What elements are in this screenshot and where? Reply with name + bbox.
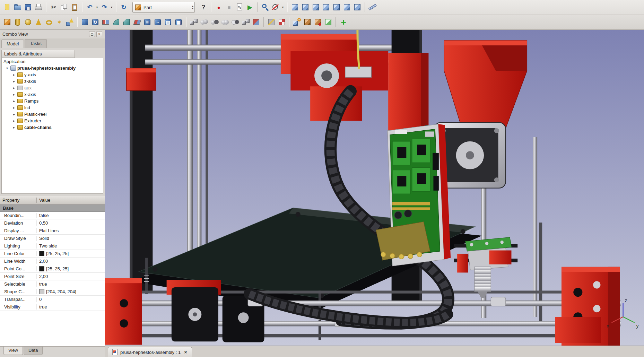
view-front-icon[interactable] [300, 2, 311, 12]
cut-icon[interactable]: ✂ [49, 2, 59, 12]
tab-model[interactable]: Model [1, 40, 24, 48]
paste-icon[interactable] [69, 2, 80, 12]
copy-icon[interactable] [59, 2, 69, 12]
expand-icon[interactable] [12, 119, 16, 123]
expand-icon[interactable] [12, 86, 16, 90]
macro-record-icon[interactable]: ● [214, 2, 224, 12]
tab-view[interactable]: View [3, 347, 23, 355]
tree-item-cable-chains[interactable]: cable-chains [2, 124, 103, 131]
view-axonometric-icon[interactable] [290, 2, 300, 12]
property-row-visibility[interactable]: Visibility true [0, 303, 105, 311]
compound-tools-icon[interactable] [241, 17, 251, 27]
expand-icon[interactable] [12, 112, 16, 116]
property-row-draw-style[interactable]: Draw Style Solid [0, 235, 105, 242]
property-group-base[interactable]: Base [0, 204, 105, 212]
chamfer-icon[interactable] [121, 17, 132, 27]
property-row-line-width[interactable]: Line Width 2,00 [0, 258, 105, 265]
tree-item-lcd[interactable]: lcd [2, 104, 103, 111]
property-row-transparency[interactable]: Transpar... 0 [0, 296, 105, 303]
green-plus-icon[interactable]: + [338, 17, 349, 27]
view-right-icon[interactable] [321, 2, 331, 12]
expand-icon[interactable] [12, 106, 16, 110]
workbench-selector[interactable]: Part ▴▾ [132, 2, 195, 13]
property-row-display-mode[interactable]: Display ... Flat Lines [0, 227, 105, 235]
property-row-selectable[interactable]: Selectable true [0, 280, 105, 288]
open-document-icon[interactable] [12, 2, 23, 12]
tree-item-aux[interactable]: aux [2, 85, 103, 91]
mirror-icon[interactable] [101, 17, 111, 27]
part-box-icon[interactable] [2, 17, 12, 27]
tab-tasks[interactable]: Tasks [25, 39, 46, 48]
tree-item-assembly[interactable]: prusa-hephestos-assembly [2, 65, 103, 71]
revolve-icon[interactable]: ↻ [90, 17, 101, 27]
property-row-point-size[interactable]: Point Size 2,00 [0, 273, 105, 280]
part-cone-icon[interactable] [33, 17, 44, 27]
property-row-deviation[interactable]: Deviation 0,50 [0, 219, 105, 227]
loft-icon[interactable]: ≡ [142, 17, 153, 27]
workbench-spinner[interactable]: ▴▾ [190, 3, 193, 11]
macro-edit-icon[interactable]: ✎ [234, 2, 245, 12]
redo-icon[interactable]: ↷ [99, 2, 110, 12]
collapse-icon[interactable] [5, 66, 9, 70]
boolean-xor-icon[interactable] [277, 17, 287, 27]
undo-dropdown-icon[interactable]: ▾ [95, 2, 99, 12]
boolean-union-icon[interactable] [220, 17, 230, 27]
boolean-intersection-icon[interactable] [230, 17, 241, 27]
expand-icon[interactable] [12, 93, 16, 96]
boolean-cut-icon[interactable] [209, 17, 220, 27]
property-row-lighting[interactable]: Lighting Two side [0, 242, 105, 250]
sweep-icon[interactable]: ~ [153, 17, 163, 27]
macro-play-icon[interactable]: ▶ [245, 2, 255, 12]
tab-data[interactable]: Data [24, 347, 43, 355]
measure-distance-icon[interactable] [367, 2, 378, 12]
view-left-icon[interactable] [352, 2, 363, 12]
macro-stop-icon[interactable]: ■ [224, 2, 234, 12]
check-geometry-icon[interactable] [292, 17, 302, 27]
draw-style-icon[interactable] [270, 2, 281, 12]
part-torus-icon[interactable] [44, 17, 54, 27]
ruled-surface-icon[interactable] [132, 17, 142, 27]
part-primitives-icon[interactable]: ✶ [54, 17, 64, 27]
zoom-fit-icon[interactable] [260, 2, 270, 12]
close-panel-icon[interactable]: × [96, 31, 102, 37]
cross-sections-icon[interactable]: ▦ [173, 17, 184, 27]
fillet-icon[interactable] [111, 17, 121, 27]
boolean-icon[interactable] [199, 17, 209, 27]
document-tab[interactable]: prusa-hephestos-assembly : 1 × [108, 347, 192, 357]
whats-this-icon[interactable]: ? [198, 2, 209, 12]
extrude-icon[interactable]: ↑ [80, 17, 90, 27]
tree-item-x-axis[interactable]: x-axis [2, 91, 103, 98]
draw-style-dropdown-icon[interactable]: ▾ [281, 2, 285, 12]
shape-builder-icon[interactable] [64, 17, 75, 27]
split-objects-icon[interactable] [266, 17, 277, 27]
float-panel-icon[interactable]: ◻ [89, 31, 95, 37]
undo-icon[interactable]: ↶ [85, 2, 95, 12]
view-top-icon[interactable] [311, 2, 321, 12]
tree-item-ramps[interactable]: Ramps [2, 98, 103, 104]
property-row-bounding-box[interactable]: Boundin... false [0, 212, 105, 219]
part-sphere-icon[interactable] [23, 17, 33, 27]
property-column-header[interactable]: Property [0, 198, 37, 203]
section-icon[interactable]: ▤ [163, 17, 173, 27]
view-rear-icon[interactable] [331, 2, 342, 12]
convert-to-solid-icon[interactable] [323, 17, 333, 27]
part-cylinder-icon[interactable] [12, 17, 23, 27]
make-compound-icon[interactable] [189, 17, 199, 27]
redo-dropdown-icon[interactable]: ▾ [110, 2, 114, 12]
save-icon[interactable] [23, 2, 33, 12]
close-tab-icon[interactable]: × [183, 349, 188, 355]
view-bottom-icon[interactable] [342, 2, 352, 12]
defeaturing-icon[interactable] [302, 17, 313, 27]
tree-item-plastic-reel[interactable]: Plastic-reel [2, 111, 103, 117]
property-row-point-color[interactable]: Point Co... [25, 25, 25] [0, 265, 105, 273]
tree-item-application[interactable]: Application [2, 58, 103, 65]
property-row-line-color[interactable]: Line Color [25, 25, 25] [0, 250, 105, 258]
value-column-header[interactable]: Value [37, 198, 105, 203]
new-document-icon[interactable] [2, 2, 12, 12]
tree-item-extruder[interactable]: Extruder [2, 117, 103, 124]
spinner-down-icon[interactable]: ▾ [192, 7, 193, 10]
refresh-icon[interactable]: ↻ [119, 2, 129, 12]
expand-icon[interactable] [12, 125, 16, 129]
tree-item-y-axis[interactable]: y-axis [2, 71, 103, 78]
expand-icon[interactable] [12, 99, 16, 103]
